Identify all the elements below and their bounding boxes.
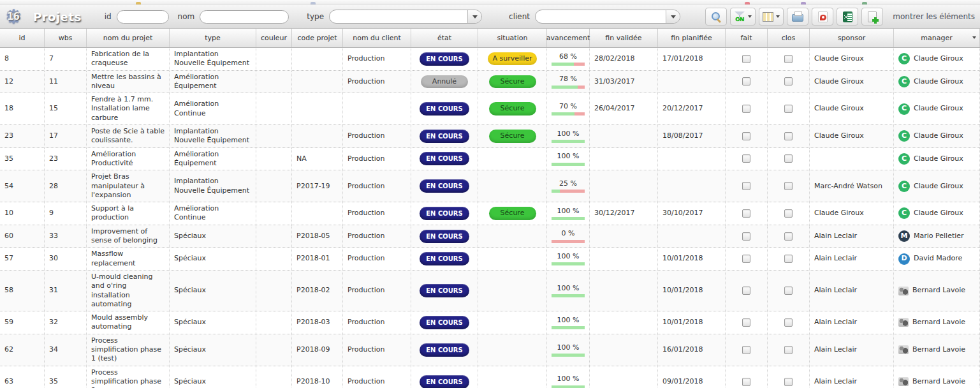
table-row[interactable]: 5831U-mould cleaning and o'ring installa… (0, 271, 980, 311)
column-header-id[interactable]: id (0, 29, 45, 47)
table-row[interactable]: 6234Process simplification phase 1 (test… (0, 334, 980, 366)
column-header-fin_validee[interactable]: fin validée (590, 29, 658, 47)
etat-badge[interactable]: EN COURS (420, 130, 469, 143)
clos-checkbox[interactable] (784, 55, 793, 63)
column-header-etat[interactable]: état (411, 29, 478, 47)
cell-project-name-text: Fabrication de la craqueuse (91, 50, 165, 68)
cell-type-text: Spéciaux (174, 286, 206, 295)
fait-checkbox[interactable] (742, 232, 750, 241)
clos-checkbox[interactable] (784, 132, 793, 140)
etat-badge[interactable]: EN COURS (420, 343, 469, 357)
column-header-couleur[interactable]: couleur (256, 29, 292, 47)
column-header-type[interactable]: type (170, 29, 256, 47)
fait-checkbox[interactable] (742, 154, 750, 163)
fait-checkbox[interactable] (742, 105, 750, 113)
etat-badge[interactable]: EN COURS (420, 252, 469, 265)
table-row[interactable]: 2317Poste de Scie à table coulissante.Im… (0, 125, 980, 148)
projects-app-window: ⚙ 16 Projets id nom type client ON (0, 0, 980, 388)
cell-project-name-text: Mould assembly automating (91, 313, 165, 332)
table-row[interactable]: 5730Massflow replacementSpéciauxP2018-01… (0, 248, 980, 271)
situation-badge[interactable]: Sécure (489, 207, 536, 220)
fait-checkbox[interactable] (742, 255, 750, 263)
etat-badge[interactable]: EN COURS (420, 375, 469, 388)
etat-badge[interactable]: EN COURS (420, 152, 469, 165)
fait-checkbox[interactable] (742, 132, 750, 140)
filter-client-dropdown-button[interactable] (666, 10, 680, 23)
table-row[interactable]: 1211Mettre les bassins à niveauAméliorat… (0, 71, 980, 94)
situation-badge[interactable]: Sécure (489, 102, 536, 115)
cell-fait (726, 148, 768, 170)
fait-checkbox[interactable] (742, 287, 750, 295)
clos-checkbox[interactable] (784, 232, 793, 241)
progress-bar (552, 140, 585, 143)
clos-checkbox[interactable] (784, 346, 793, 354)
situation-badge[interactable]: Sécure (489, 75, 536, 88)
cell-fin-planifiee-text: 09/01/2018 (662, 377, 703, 386)
fait-checkbox[interactable] (742, 55, 750, 63)
table-row[interactable]: 6033Improvement of sense of belongingSpé… (0, 225, 980, 248)
clos-checkbox[interactable] (784, 154, 793, 163)
export-pdf-button[interactable] (812, 8, 833, 26)
column-header-situation[interactable]: situation (478, 29, 547, 47)
situation-badge[interactable]: A surveiller (488, 52, 538, 65)
clos-checkbox[interactable] (784, 378, 793, 386)
fait-checkbox[interactable] (742, 182, 750, 190)
export-excel-button[interactable] (837, 8, 858, 26)
table-row[interactable]: 6335Process simplification phase 2Spécia… (0, 366, 980, 388)
column-header-name[interactable]: nom du projet (87, 29, 170, 47)
situation-badge[interactable]: Sécure (489, 130, 536, 142)
column-header-fin_planifiee[interactable]: fin planifiée (658, 29, 726, 47)
etat-badge[interactable]: EN COURS (420, 102, 469, 116)
clos-checkbox[interactable] (784, 182, 793, 190)
filter-type-dropdown-button[interactable] (467, 10, 481, 23)
fait-checkbox[interactable] (742, 378, 750, 386)
cell-manager: MMario Pelletier (894, 225, 980, 248)
etat-badge[interactable]: EN COURS (420, 52, 469, 66)
cell-situation (478, 248, 547, 270)
table-row[interactable]: 3523Amélioration ProductivitéAmélioratio… (0, 148, 980, 171)
column-header-sponsor[interactable]: sponsor (810, 29, 894, 47)
table-row[interactable]: 5428Projet Bras manipulateur à l'expansi… (0, 170, 980, 202)
filter-id-input[interactable] (117, 10, 169, 24)
clos-checkbox[interactable] (784, 105, 793, 113)
column-header-clos[interactable]: clos (768, 29, 810, 47)
cell-wbs: 17 (45, 125, 87, 147)
column-header-wbs[interactable]: wbs (45, 29, 87, 47)
table-row[interactable]: 87Fabrication de la craqueuseImplantatio… (0, 48, 980, 71)
clos-checkbox[interactable] (784, 209, 793, 218)
etat-badge[interactable]: EN COURS (420, 284, 469, 297)
columns-chooser-button[interactable] (759, 8, 784, 26)
clos-checkbox[interactable] (784, 287, 793, 295)
filter-nom-input[interactable] (200, 10, 289, 24)
filter-toggle-button[interactable]: ON (730, 8, 756, 26)
show-elements-label[interactable]: montrer les éléments (893, 12, 975, 21)
filter-type-input[interactable] (330, 10, 467, 23)
column-header-fait[interactable]: fait (726, 29, 768, 47)
table-row[interactable]: 109Support à la productionAmélioration C… (0, 202, 980, 225)
clos-checkbox[interactable] (784, 255, 793, 263)
fait-checkbox[interactable] (742, 318, 750, 327)
column-header-client[interactable]: nom du client (343, 29, 411, 47)
cell-fait (726, 248, 768, 270)
table-row[interactable]: 1815Fendre à 1.7 mm. Installation lame c… (0, 93, 980, 125)
etat-badge[interactable]: Annulé (421, 75, 468, 88)
column-header-manager[interactable]: manager (894, 29, 980, 47)
etat-badge[interactable]: EN COURS (420, 207, 469, 220)
etat-badge[interactable]: EN COURS (420, 230, 469, 243)
column-header-code[interactable]: code projet (292, 29, 343, 47)
print-button[interactable] (787, 8, 808, 26)
search-button[interactable] (705, 8, 727, 26)
clos-checkbox[interactable] (784, 318, 793, 327)
cell-type: Implantation Nouvelle Équipement (170, 170, 256, 202)
fait-checkbox[interactable] (742, 346, 750, 354)
column-menu-arrow-icon[interactable] (972, 36, 976, 39)
fait-checkbox[interactable] (742, 77, 750, 86)
clos-checkbox[interactable] (784, 77, 793, 86)
filter-client-input[interactable] (536, 10, 666, 23)
table-row[interactable]: 5932Mould assembly automatingSpéciauxP20… (0, 311, 980, 334)
add-project-button[interactable] (861, 8, 883, 26)
fait-checkbox[interactable] (742, 209, 750, 218)
etat-badge[interactable]: EN COURS (420, 179, 469, 193)
etat-badge[interactable]: EN COURS (420, 316, 469, 329)
column-header-avancement[interactable]: avancement (547, 29, 590, 47)
